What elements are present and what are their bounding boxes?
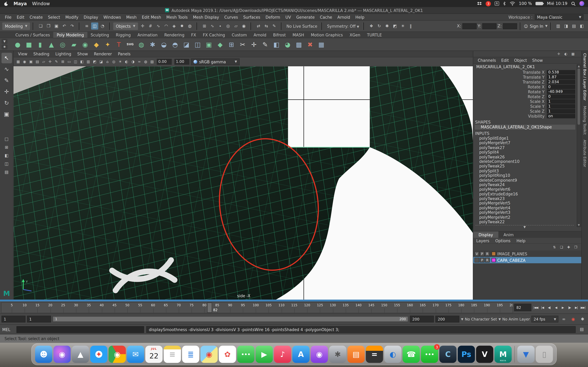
layout-persp-graph-icon[interactable]: ▤ — [1, 168, 12, 176]
shelf-tab-rigging[interactable]: Rigging — [112, 32, 134, 38]
input-source-icon[interactable]: A — [495, 1, 499, 6]
select-object-mode-icon[interactable]: ◫ — [91, 23, 98, 30]
channel-scroll-more-icon[interactable]: ▼ — [524, 225, 526, 229]
input-node-deletecomponent10[interactable]: deleteComponent10 — [473, 159, 581, 164]
mail-app-icon[interactable]: ✉ — [127, 346, 144, 363]
frame-all-icon[interactable]: ⌂ — [104, 58, 111, 65]
script-editor-icon[interactable]: ▤ — [578, 326, 585, 333]
combine-icon[interactable]: ◒ — [158, 39, 169, 50]
safari-app-icon[interactable]: ✦ — [90, 346, 107, 363]
channel-menu-show[interactable]: Show — [530, 58, 545, 63]
play-backwards-button[interactable]: ◀ — [553, 304, 559, 311]
channel-attr-value[interactable]: 1 — [547, 109, 575, 113]
poly-cone-icon[interactable]: ▲ — [46, 39, 57, 50]
character-set-dropdown[interactable]: ▼No Character Set — [461, 317, 497, 321]
go-to-end-button[interactable]: ▶▶| — [580, 304, 586, 311]
panel-menu-shading[interactable]: Shading — [30, 52, 52, 56]
scrollbar-thumb[interactable] — [578, 68, 580, 125]
photoshop-app-icon[interactable]: Ps — [458, 346, 475, 363]
separate-icon[interactable]: ◓ — [170, 39, 181, 50]
fps-dropdown[interactable]: 24 fps▼ — [531, 316, 558, 322]
construction-history-icon[interactable]: ✎ — [271, 23, 278, 30]
input-node-deletecomponent9[interactable]: deleteComponent9 — [473, 178, 581, 182]
layer-playback-toggle[interactable]: P — [480, 258, 484, 263]
input-node-polytweak23[interactable]: polyTweak23 — [473, 196, 581, 201]
menu-cache[interactable]: Cache — [317, 15, 335, 19]
preview-app-icon[interactable]: ◐ — [384, 346, 401, 363]
channels-speed-icon[interactable]: ◐ — [563, 51, 568, 57]
system-preferences-icon[interactable]: ✱ — [329, 346, 346, 363]
playback-loop-icon[interactable]: ∞ — [560, 316, 568, 323]
shadows-icon[interactable]: ◐ — [123, 58, 130, 65]
shelf-tab-custom[interactable]: Custom — [228, 32, 250, 38]
input-node-polymergevert2[interactable]: polyMergeVert2 — [473, 215, 581, 219]
input-node-polytweak27[interactable]: polyTweak27 — [473, 145, 581, 150]
bevel-icon[interactable]: ◆ — [215, 39, 226, 50]
side-tab-channel-box-layer-editor[interactable]: Channel Box / Layer Editor — [583, 53, 587, 101]
shelf-menu-icon[interactable]: ▼ — [1, 39, 8, 44]
layer-visibility-toggle[interactable]: V — [474, 251, 479, 256]
photos-app-icon[interactable]: ✿ — [219, 346, 236, 363]
mac-menu-window[interactable]: Window — [32, 1, 50, 6]
new-scene-icon[interactable]: ❏ — [37, 23, 44, 30]
menu-bar-clock[interactable]: Mié 10:19 — [547, 1, 568, 6]
poly-cube-icon[interactable]: ■ — [23, 39, 35, 50]
safe-title-icon[interactable]: ◪ — [98, 58, 104, 65]
finder-app-icon[interactable]: ☻ — [35, 346, 52, 363]
bluetooth-icon[interactable] — [503, 1, 506, 6]
live-surface-button[interactable]: No Live Surface — [285, 24, 319, 28]
empty-layer-button[interactable]: ✚ — [566, 244, 572, 250]
menu-uv[interactable]: UV — [283, 15, 294, 19]
input-node-polymergevert6[interactable]: polyMergeVert6 — [473, 187, 581, 192]
mask-dynamics-icon[interactable]: ✸ — [178, 23, 186, 30]
mask-joints-icon[interactable]: # — [147, 23, 154, 30]
menu-mesh-display[interactable]: Mesh Display — [190, 15, 222, 19]
v-app-icon[interactable]: V — [476, 346, 493, 363]
input-node-polyextrudeedge16[interactable]: polyExtrudeEdge16 — [473, 192, 581, 196]
lighting-icon[interactable]: ☀ — [117, 58, 123, 65]
delete-edge-icon[interactable]: ✖ — [304, 39, 316, 50]
step-forward-key-button[interactable]: ▶| — [573, 304, 579, 311]
make-live-icon[interactable]: ◉ — [240, 23, 247, 30]
target-weld-icon[interactable]: ✛ — [248, 39, 259, 50]
scale-tool-icon[interactable]: ▣ — [1, 109, 12, 120]
menu-surfaces[interactable]: Surfaces — [241, 15, 263, 19]
render-current-frame-icon[interactable]: ❖ — [368, 23, 375, 30]
shelf-tab-turtle[interactable]: TURTLE — [364, 32, 385, 38]
maps-app-icon[interactable]: ◉ — [200, 346, 218, 363]
motion-blur-icon[interactable]: ≈ — [136, 58, 143, 65]
channel-attr-value[interactable]: 0.538 — [547, 70, 575, 74]
gate-mask-icon[interactable]: ◧ — [79, 58, 85, 65]
input-node-polysplitring10[interactable]: polySplitRing10 — [473, 173, 581, 178]
selection-mask-dropdown[interactable]: Objects▼ — [113, 22, 138, 30]
bookmarks-icon[interactable]: ▤ — [34, 58, 41, 65]
rotate-tool-icon[interactable]: ↻ — [1, 98, 12, 108]
y-input[interactable] — [482, 23, 496, 29]
shelf-tab-motion-graphics[interactable]: Motion Graphics — [307, 32, 346, 38]
input-node-polymergevert7[interactable]: polyMergeVert7 — [473, 141, 581, 145]
layer-type-toggle[interactable]: R — [485, 258, 490, 263]
grid-toggle-icon[interactable]: ⊞ — [60, 58, 66, 65]
select-hierarchy-mode-icon[interactable]: ≡ — [83, 23, 90, 30]
poly-disc-icon[interactable]: ◉ — [79, 39, 91, 50]
panel-menu-renderer[interactable]: Renderer — [91, 52, 115, 56]
shelf-tab-animation[interactable]: Animation — [134, 32, 161, 38]
lasso-tool-icon[interactable]: ∿ — [1, 64, 12, 75]
redo-icon[interactable]: ↷ — [69, 23, 76, 30]
layer-visibility-toggle[interactable] — [474, 258, 479, 263]
shelf-tab-fx[interactable]: FX — [188, 32, 199, 38]
scroll-down-icon[interactable]: ▼ — [578, 224, 580, 227]
workspace-dropdown[interactable]: Maya Classic▼ — [535, 14, 583, 20]
gamma-field[interactable]: 1.00 — [174, 58, 190, 65]
animation-end-field[interactable]: 200 — [435, 316, 459, 322]
step-forward-frame-button[interactable]: |▶ — [566, 304, 573, 311]
panel-menu-show[interactable]: Show — [74, 52, 91, 56]
z-input[interactable] — [503, 23, 517, 29]
input-node-polysplit3[interactable]: polySplit3 — [473, 168, 581, 173]
facetime-app-icon[interactable]: ▶ — [256, 346, 273, 363]
snap-to-view-plane-icon[interactable]: ▱ — [233, 23, 240, 30]
platonic-solid-icon[interactable]: ◆ — [91, 39, 102, 50]
svg-tool-icon[interactable]: SVG — [124, 39, 136, 50]
menu-select[interactable]: Select — [45, 15, 63, 19]
render-settings-icon[interactable]: ✱ — [384, 23, 391, 30]
